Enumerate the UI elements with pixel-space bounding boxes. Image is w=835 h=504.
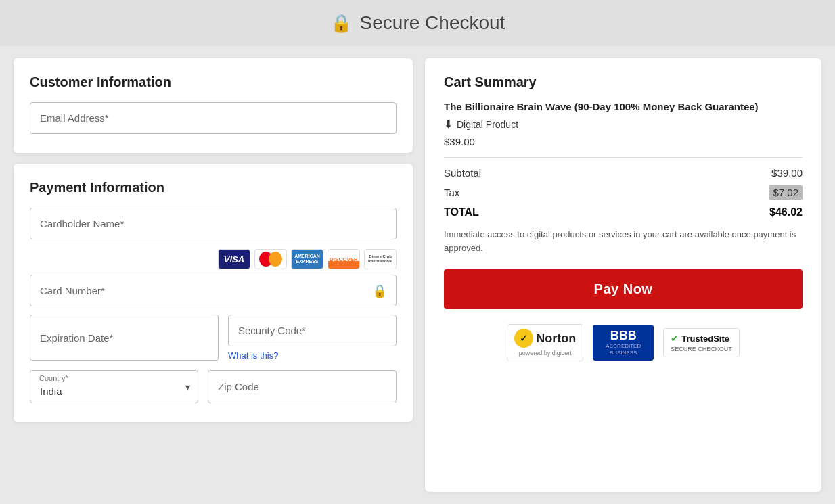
- digital-product-row: ⬇ Digital Product: [444, 118, 803, 131]
- cardholder-name-input[interactable]: [30, 208, 397, 239]
- subtotal-value: $39.00: [771, 167, 803, 179]
- card-icons-row: VISA AMERICANEXPRESS DISCOVER Diners Clu…: [30, 249, 397, 269]
- country-zip-row: Country* India United States United King…: [30, 370, 397, 403]
- subtotal-row: Subtotal $39.00: [444, 167, 803, 179]
- pay-now-button[interactable]: Pay Now: [444, 269, 803, 309]
- trust-badges: ✓ Norton powered by digicert BBB ACCREDI…: [444, 324, 803, 361]
- total-row: TOTAL $46.02: [444, 206, 803, 219]
- trustedsite-checkmark-icon: ✔: [671, 333, 679, 344]
- amex-icon: AMERICANEXPRESS: [291, 249, 323, 269]
- norton-sub: powered by digicert: [519, 350, 572, 357]
- card-number-input[interactable]: [30, 275, 397, 306]
- download-icon: ⬇: [444, 118, 453, 131]
- diners-club-icon: Diners ClubInternational: [364, 249, 397, 269]
- security-col: What is this?: [228, 315, 397, 361]
- discover-icon: DISCOVER: [328, 249, 360, 269]
- bbb-name: BBB: [610, 329, 637, 343]
- access-note: Immediate access to digital products or …: [444, 228, 803, 254]
- page-title: Secure Checkout: [360, 12, 505, 34]
- trustedsite-badge: ✔ TrustedSite SECURE CHECKOUT: [663, 328, 740, 357]
- mastercard-icon: [254, 249, 287, 269]
- total-label: TOTAL: [444, 206, 479, 219]
- security-code-input[interactable]: [228, 315, 397, 346]
- product-name: The Billionaire Brain Wave (90-Day 100% …: [444, 101, 803, 112]
- lock-icon: 🔒: [330, 13, 352, 34]
- bbb-badge: BBB ACCREDITEDBUSINESS: [593, 325, 654, 361]
- cart-divider: [444, 157, 803, 158]
- country-wrapper: Country* India United States United King…: [30, 370, 198, 403]
- norton-top: ✓ Norton: [514, 329, 576, 348]
- card-number-wrapper: 🔒: [30, 275, 397, 306]
- subtotal-label: Subtotal: [444, 167, 481, 179]
- norton-name: Norton: [536, 331, 576, 346]
- norton-checkmark-icon: ✓: [514, 329, 533, 348]
- payment-info-card: Payment Information VISA AMERICANEXPRESS…: [14, 164, 413, 422]
- zip-code-input[interactable]: [208, 370, 397, 403]
- customer-info-card: Customer Information: [14, 58, 413, 153]
- visa-icon: VISA: [218, 249, 250, 269]
- right-panel: Cart Summary The Billionaire Brain Wave …: [425, 58, 821, 492]
- what-is-this-link[interactable]: What is this?: [228, 350, 397, 361]
- expiry-security-row: What is this?: [30, 315, 397, 361]
- tax-value: $7.02: [769, 185, 803, 200]
- left-panel: Customer Information Payment Information…: [14, 58, 413, 492]
- country-label: Country*: [39, 374, 68, 382]
- trusted-name: TrustedSite: [681, 334, 729, 344]
- tax-row: Tax $7.02: [444, 185, 803, 200]
- digital-product-label: Digital Product: [457, 119, 518, 130]
- total-value: $46.02: [769, 206, 803, 219]
- email-input[interactable]: [30, 102, 397, 134]
- tax-label: Tax: [444, 187, 459, 198]
- trusted-top: ✔ TrustedSite: [671, 333, 729, 344]
- bbb-sub: ACCREDITEDBUSINESS: [606, 343, 641, 357]
- norton-badge: ✓ Norton powered by digicert: [507, 324, 583, 361]
- product-price: $39.00: [444, 136, 803, 147]
- payment-info-title: Payment Information: [30, 180, 397, 196]
- card-lock-icon: 🔒: [372, 283, 387, 298]
- customer-info-title: Customer Information: [30, 74, 397, 90]
- checkout-header: 🔒 Secure Checkout: [0, 0, 835, 46]
- cart-summary-title: Cart Summary: [444, 74, 803, 90]
- expiration-date-input[interactable]: [30, 315, 219, 361]
- trusted-sub: SECURE CHECKOUT: [671, 346, 732, 352]
- main-content: Customer Information Payment Information…: [0, 46, 835, 504]
